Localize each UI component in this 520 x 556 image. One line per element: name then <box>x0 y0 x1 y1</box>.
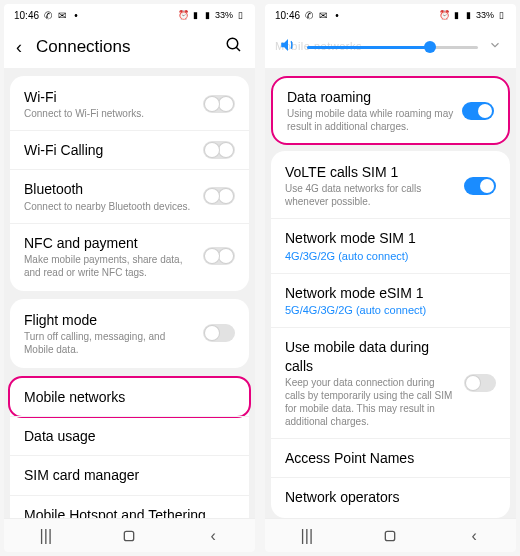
nav-bar: ||| ‹ <box>265 518 516 552</box>
row-title: Wi-Fi Calling <box>24 141 195 159</box>
row-mobile-data-calls[interactable]: Use mobile data during callsKeep your da… <box>271 327 510 437</box>
row-sub: 4G/3G/2G (auto connect) <box>285 249 496 263</box>
card: Mobile networks Data usage SIM card mana… <box>10 376 249 518</box>
phone-icon: ✆ <box>304 10 314 20</box>
nav-back-icon[interactable]: ‹ <box>464 526 484 546</box>
status-bar: 10:46 ✆ ✉ • ⏰ ▮ ▮ 33% ▯ <box>265 4 516 26</box>
row-wifi[interactable]: Wi-FiConnect to Wi-Fi networks. <box>10 78 249 130</box>
row-bluetooth[interactable]: BluetoothConnect to nearby Bluetooth dev… <box>10 169 249 222</box>
nav-home-icon[interactable] <box>119 526 139 546</box>
card: Wi-FiConnect to Wi-Fi networks. Wi-Fi Ca… <box>10 76 249 291</box>
battery-pct: 33% <box>476 10 494 20</box>
row-network-operators[interactable]: Network operators <box>271 477 510 516</box>
row-title: Network operators <box>285 488 496 506</box>
signal-icon: ▮ <box>203 10 213 20</box>
row-sim-manager[interactable]: SIM card manager <box>10 455 249 494</box>
row-sub: Turn off calling, messaging, and Mobile … <box>24 330 195 356</box>
row-sub: Connect to Wi-Fi networks. <box>24 107 195 120</box>
dot-icon: • <box>332 10 342 20</box>
battery-pct: 33% <box>215 10 233 20</box>
nav-bar: ||| ‹ <box>4 518 255 552</box>
back-icon[interactable]: ‹ <box>16 37 22 58</box>
svg-rect-2 <box>125 531 134 540</box>
toggle[interactable] <box>203 141 235 159</box>
row-wifi-calling[interactable]: Wi-Fi Calling <box>10 130 249 169</box>
row-title: Access Point Names <box>285 449 496 467</box>
row-title: Bluetooth <box>24 180 195 198</box>
volume-icon[interactable] <box>279 36 297 58</box>
chevron-down-icon[interactable] <box>488 38 502 56</box>
status-bar: 10:46 ✆ ✉ • ⏰ ▮ ▮ 33% ▯ <box>4 4 255 26</box>
toggle[interactable] <box>203 324 235 342</box>
row-network-mode-sim1[interactable]: Network mode SIM 14G/3G/2G (auto connect… <box>271 218 510 272</box>
row-data-usage[interactable]: Data usage <box>10 416 249 455</box>
row-hotspot[interactable]: Mobile Hotspot and Tethering <box>10 495 249 519</box>
volume-thumb[interactable] <box>424 41 436 53</box>
volume-slider[interactable] <box>307 46 478 49</box>
row-title: Network mode SIM 1 <box>285 229 496 247</box>
signal-icon: ▮ <box>464 10 474 20</box>
row-title: Use mobile data during calls <box>285 338 456 374</box>
row-apn[interactable]: Access Point Names <box>271 438 510 477</box>
row-network-mode-esim1[interactable]: Network mode eSIM 15G/4G/3G/2G (auto con… <box>271 273 510 327</box>
volume-overlay: Mobile networks <box>265 26 516 68</box>
battery-icon: ▯ <box>235 10 245 20</box>
nav-recents-icon[interactable]: ||| <box>297 526 317 546</box>
toggle[interactable] <box>203 95 235 113</box>
phone-left: 10:46 ✆ ✉ • ⏰ ▮ ▮ 33% ▯ ‹ Connections Wi… <box>4 4 255 552</box>
row-title: Mobile networks <box>24 388 235 406</box>
card: Flight modeTurn off calling, messaging, … <box>10 299 249 368</box>
toggle[interactable] <box>203 247 235 265</box>
signal-icon: ▮ <box>452 10 462 20</box>
row-sub: Make mobile payments, share data, and re… <box>24 253 195 279</box>
nav-recents-icon[interactable]: ||| <box>36 526 56 546</box>
row-title: Mobile Hotspot and Tethering <box>24 506 235 519</box>
content-left: Wi-FiConnect to Wi-Fi networks. Wi-Fi Ca… <box>4 68 255 518</box>
toggle[interactable] <box>464 374 496 392</box>
phone-right: 10:46 ✆ ✉ • ⏰ ▮ ▮ 33% ▯ Mobile networks … <box>265 4 516 552</box>
row-sub: 5G/4G/3G/2G (auto connect) <box>285 303 496 317</box>
row-sub: Use 4G data networks for calls whenever … <box>285 182 456 208</box>
signal-icon: ▮ <box>191 10 201 20</box>
row-volte[interactable]: VoLTE calls SIM 1Use 4G data networks fo… <box>271 153 510 218</box>
row-title: Network mode eSIM 1 <box>285 284 496 302</box>
row-title: Data roaming <box>287 88 454 106</box>
search-icon[interactable] <box>225 36 243 58</box>
battery-icon: ▯ <box>496 10 506 20</box>
row-data-roaming[interactable]: Data roamingUsing mobile data while roam… <box>273 78 508 143</box>
row-title: NFC and payment <box>24 234 195 252</box>
dot-icon: • <box>71 10 81 20</box>
alarm-icon: ⏰ <box>440 10 450 20</box>
row-sub: Keep your data connection during calls b… <box>285 376 456 428</box>
row-flight-mode[interactable]: Flight modeTurn off calling, messaging, … <box>10 301 249 366</box>
nav-back-icon[interactable]: ‹ <box>203 526 223 546</box>
row-sub: Connect to nearby Bluetooth devices. <box>24 200 195 213</box>
content-right: Data roamingUsing mobile data while roam… <box>265 68 516 518</box>
row-mobile-networks[interactable]: Mobile networks <box>8 376 251 418</box>
row-title: Flight mode <box>24 311 195 329</box>
row-title: SIM card manager <box>24 466 235 484</box>
row-title: Data usage <box>24 427 235 445</box>
nav-home-icon[interactable] <box>380 526 400 546</box>
svg-line-1 <box>236 47 240 51</box>
toggle[interactable] <box>203 187 235 205</box>
card-highlighted: Data roamingUsing mobile data while roam… <box>271 76 510 145</box>
toggle[interactable] <box>464 177 496 195</box>
header: ‹ Connections <box>4 26 255 68</box>
status-time: 10:46 <box>275 10 300 21</box>
alarm-icon: ⏰ <box>179 10 189 20</box>
page-title: Connections <box>36 37 211 57</box>
mail-icon: ✉ <box>57 10 67 20</box>
row-nfc[interactable]: NFC and paymentMake mobile payments, sha… <box>10 223 249 289</box>
mail-icon: ✉ <box>318 10 328 20</box>
row-title: VoLTE calls SIM 1 <box>285 163 456 181</box>
svg-rect-3 <box>386 531 395 540</box>
card: VoLTE calls SIM 1Use 4G data networks fo… <box>271 151 510 518</box>
toggle[interactable] <box>462 102 494 120</box>
status-time: 10:46 <box>14 10 39 21</box>
row-sub: Using mobile data while roaming may resu… <box>287 107 454 133</box>
volume-fill <box>307 46 430 49</box>
phone-icon: ✆ <box>43 10 53 20</box>
row-title: Wi-Fi <box>24 88 195 106</box>
svg-point-0 <box>227 38 238 49</box>
